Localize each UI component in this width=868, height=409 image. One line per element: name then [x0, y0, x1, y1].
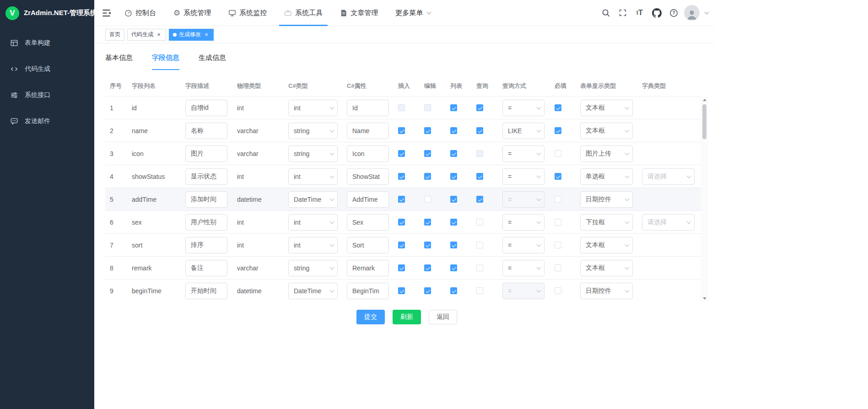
search-icon[interactable]: [599, 6, 612, 19]
csharp-type-select[interactable]: string: [288, 260, 338, 276]
csharp-type-select[interactable]: string: [288, 145, 338, 162]
insert-checkbox[interactable]: [398, 127, 405, 134]
nav-item-console[interactable]: 控制台: [116, 0, 165, 26]
required-checkbox[interactable]: [555, 173, 561, 180]
list-checkbox[interactable]: [450, 264, 457, 271]
query-method-select[interactable]: =: [502, 214, 545, 231]
sidebar-item-system-api[interactable]: 系统接口: [0, 82, 94, 108]
csharp-type-select[interactable]: int: [288, 100, 338, 116]
field-description-input[interactable]: [185, 100, 227, 116]
display-type-select[interactable]: 文本框: [580, 237, 633, 253]
tag-home[interactable]: 首页: [105, 29, 124, 41]
edit-checkbox[interactable]: [424, 173, 431, 180]
display-type-select[interactable]: 文本框: [580, 123, 633, 139]
required-checkbox[interactable]: [555, 150, 561, 157]
display-type-select[interactable]: 下拉框: [580, 214, 633, 231]
query-checkbox[interactable]: [476, 127, 483, 134]
csharp-property-input[interactable]: [347, 191, 389, 208]
nav-item-system-tools[interactable]: 系统工具: [275, 0, 331, 26]
query-method-select[interactable]: =: [502, 283, 545, 299]
field-description-input[interactable]: [185, 191, 227, 208]
list-checkbox[interactable]: [450, 242, 457, 248]
query-method-select[interactable]: LIKE: [502, 123, 545, 139]
nav-item-system-monitoring[interactable]: 系统监控: [220, 0, 275, 26]
query-checkbox[interactable]: [476, 219, 483, 226]
field-description-input[interactable]: [185, 145, 227, 162]
csharp-type-select[interactable]: string: [288, 123, 338, 139]
nav-item-more-menu[interactable]: 更多菜单: [387, 0, 439, 26]
tab-field-info[interactable]: 字段信息: [152, 54, 179, 71]
tab-basic-info[interactable]: 基本信息: [105, 54, 133, 71]
list-checkbox[interactable]: [450, 287, 457, 294]
field-description-input[interactable]: [185, 168, 227, 185]
tab-generate-info[interactable]: 生成信息: [199, 54, 226, 71]
query-checkbox[interactable]: [476, 104, 483, 111]
github-icon[interactable]: [650, 6, 663, 19]
dict-type-select[interactable]: 请选择: [642, 168, 695, 185]
csharp-property-input[interactable]: [347, 237, 389, 253]
list-checkbox[interactable]: [450, 219, 457, 226]
insert-checkbox[interactable]: [398, 173, 405, 180]
display-type-select[interactable]: 文本框: [580, 260, 633, 276]
csharp-property-input[interactable]: [347, 214, 389, 231]
query-checkbox[interactable]: [476, 150, 483, 157]
scroll-up-arrow[interactable]: [701, 97, 708, 103]
chevron-down-icon[interactable]: [705, 10, 709, 14]
field-description-input[interactable]: [185, 123, 227, 139]
list-checkbox[interactable]: [450, 173, 457, 180]
sidebar-item-send-mail[interactable]: 发送邮件: [0, 108, 94, 134]
submit-button[interactable]: 提交: [356, 310, 385, 324]
dict-type-select[interactable]: 请选择: [642, 214, 695, 231]
query-checkbox[interactable]: [476, 173, 483, 180]
required-checkbox[interactable]: [555, 196, 561, 203]
list-checkbox[interactable]: [450, 150, 457, 157]
query-method-select[interactable]: =: [502, 145, 545, 162]
insert-checkbox[interactable]: [398, 287, 405, 294]
query-checkbox[interactable]: [476, 196, 483, 203]
display-type-select[interactable]: 日期控件: [580, 191, 633, 208]
edit-checkbox[interactable]: [424, 287, 431, 294]
scroll-down-arrow[interactable]: [701, 295, 708, 301]
field-description-input[interactable]: [185, 214, 227, 231]
query-method-select[interactable]: =: [502, 191, 545, 208]
list-checkbox[interactable]: [450, 104, 457, 111]
list-checkbox[interactable]: [450, 196, 457, 203]
query-method-select[interactable]: =: [502, 260, 545, 276]
query-method-select[interactable]: =: [502, 237, 545, 253]
required-checkbox[interactable]: [555, 287, 561, 294]
query-checkbox[interactable]: [476, 287, 483, 294]
query-method-select[interactable]: =: [502, 168, 545, 185]
refresh-button[interactable]: 刷新: [393, 310, 421, 324]
display-type-select[interactable]: 文本框: [580, 100, 633, 116]
font-size-icon[interactable]: [633, 6, 646, 19]
insert-checkbox[interactable]: [398, 242, 405, 248]
csharp-property-input[interactable]: [347, 168, 389, 185]
edit-checkbox[interactable]: [424, 242, 431, 248]
insert-checkbox[interactable]: [398, 196, 405, 203]
sidebar-item-form-builder[interactable]: 表单构建: [0, 30, 94, 56]
required-checkbox[interactable]: [555, 127, 561, 134]
sidebar-item-code-generation[interactable]: 代码生成: [0, 56, 94, 82]
edit-checkbox[interactable]: [424, 219, 431, 226]
csharp-property-input[interactable]: [347, 123, 389, 139]
field-description-input[interactable]: [185, 283, 227, 299]
required-checkbox[interactable]: [555, 242, 561, 248]
back-button[interactable]: 返回: [429, 310, 457, 324]
query-checkbox[interactable]: [476, 264, 483, 271]
insert-checkbox[interactable]: [398, 104, 405, 111]
tag-generate-modify[interactable]: 生成修改: [169, 29, 214, 41]
query-method-select[interactable]: =: [502, 100, 545, 116]
fullscreen-icon[interactable]: [616, 6, 629, 19]
display-type-select[interactable]: 图片上传: [580, 145, 633, 162]
edit-checkbox[interactable]: [424, 196, 431, 203]
vertical-scrollbar[interactable]: [701, 97, 708, 301]
required-checkbox[interactable]: [555, 104, 561, 111]
csharp-type-select[interactable]: int: [288, 168, 338, 185]
help-icon[interactable]: ?: [667, 6, 680, 19]
tag-code-generation[interactable]: 代码生成: [127, 29, 166, 41]
insert-checkbox[interactable]: [398, 264, 405, 271]
csharp-type-select[interactable]: int: [288, 214, 338, 231]
edit-checkbox[interactable]: [424, 127, 431, 134]
required-checkbox[interactable]: [555, 219, 561, 226]
edit-checkbox[interactable]: [424, 150, 431, 157]
